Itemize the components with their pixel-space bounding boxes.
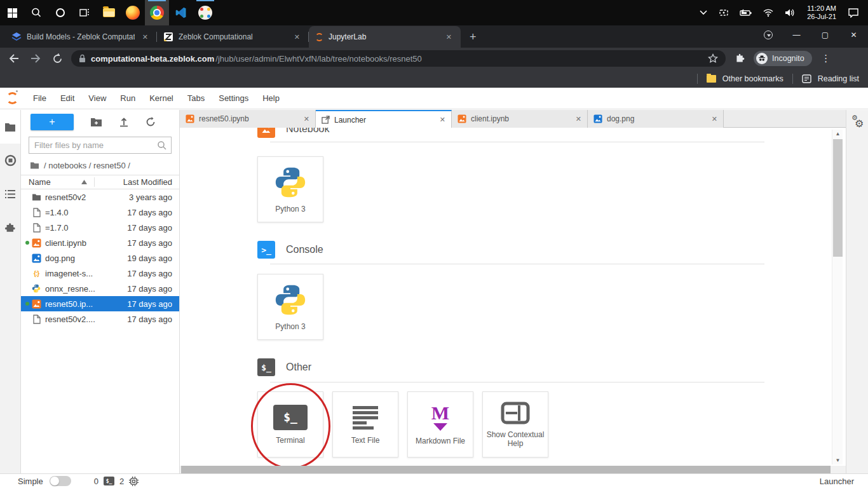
bookmark-star-icon[interactable] [708, 53, 718, 64]
tab-close-button[interactable]: ✕ [440, 116, 445, 124]
tab-close-button[interactable]: ✕ [712, 115, 717, 123]
new-launcher-button[interactable]: + [31, 114, 74, 130]
wifi-tray-button[interactable] [757, 0, 779, 25]
address-bar[interactable]: computational-beta.zeblok.com/jhub/user/… [71, 50, 726, 67]
filter-files-input[interactable] [29, 137, 172, 154]
vertical-scrollbar-thumb[interactable] [833, 139, 843, 257]
breadcrumb[interactable]: / notebooks / resnet50 / [21, 155, 179, 175]
refresh-icon[interactable] [146, 117, 156, 127]
scroll-down-arrow-icon[interactable]: ▼ [832, 456, 843, 464]
file-row-selected[interactable]: resnet50.ip... 17 days ago [21, 296, 179, 311]
sidebar-tab-file-browser[interactable] [0, 110, 20, 144]
reload-button[interactable] [50, 51, 65, 66]
file-row[interactable]: =1.7.0 17 days ago [21, 220, 179, 235]
column-modified-label[interactable]: Last Modified [98, 177, 179, 187]
incognito-icon [756, 53, 768, 64]
file-row[interactable]: onnx_resne... 17 days ago [21, 281, 179, 296]
doc-tab-dog-png[interactable]: dog.png ✕ [588, 110, 724, 128]
cortana-button[interactable] [48, 0, 72, 25]
notebook-icon [31, 238, 41, 248]
maximize-button[interactable]: ▢ [811, 25, 839, 44]
extensions-button[interactable] [732, 51, 747, 66]
tab-close-button[interactable]: ✕ [292, 32, 302, 43]
tab-close-button[interactable]: ✕ [304, 115, 309, 123]
file-icon [31, 207, 41, 217]
doc-tab-client[interactable]: client.ipynb ✕ [452, 110, 588, 128]
browser-menu-button[interactable]: ⋮ [818, 51, 834, 66]
action-center-button[interactable] [843, 0, 868, 25]
chrome-button[interactable] [145, 0, 169, 25]
browser-tab-zeblok[interactable]: Zeblok Computational ✕ [157, 26, 309, 48]
chrome-icon [150, 6, 164, 20]
new-folder-icon[interactable] [90, 117, 102, 127]
menu-edit[interactable]: Edit [53, 88, 81, 109]
url-domain: computational-beta.zeblok.com [91, 54, 214, 64]
file-row[interactable]: resnet50v2.... 17 days ago [21, 311, 179, 327]
start-button[interactable] [0, 0, 24, 25]
minimize-button[interactable]: — [782, 25, 811, 44]
launcher-card-notebook-python3[interactable]: Python 3 [257, 156, 323, 222]
launcher-card-text-file[interactable]: Text File [332, 391, 398, 458]
file-row[interactable]: client.ipynb 17 days ago [21, 235, 179, 250]
volume-tray-button[interactable] [779, 0, 801, 25]
terminal-count[interactable]: 0 [94, 477, 98, 486]
terminal-section-icon: $_ [257, 358, 275, 376]
close-window-button[interactable]: ✕ [839, 25, 868, 44]
gears-icon[interactable]: ⚙⚙ [850, 115, 865, 130]
file-explorer-button[interactable] [97, 0, 121, 25]
wifi-icon [763, 8, 774, 17]
battery-tray-button[interactable] [735, 0, 757, 25]
vertical-scrollbar[interactable]: ▲ ▼ [832, 130, 843, 464]
action-center-icon [848, 8, 859, 18]
menu-kernel[interactable]: Kernel [142, 88, 180, 109]
horizontal-scrollbar[interactable] [180, 466, 846, 473]
menu-file[interactable]: File [26, 88, 53, 109]
sidebar-tab-table-of-contents[interactable] [0, 177, 20, 211]
task-view-button[interactable] [72, 0, 97, 25]
browser-tab-build-models[interactable]: Build Models - Zeblok Computati ✕ [5, 26, 157, 48]
launcher-card-console-python3[interactable]: Python 3 [257, 274, 323, 340]
taskbar-search-button[interactable] [24, 0, 48, 25]
tab-close-button[interactable]: ✕ [140, 32, 151, 43]
file-row[interactable]: resnet50v2 3 years ago [21, 189, 179, 205]
device-tray-button[interactable] [713, 0, 735, 25]
vscode-button[interactable] [169, 0, 193, 25]
browser-tab-jupyterlab[interactable]: JupyterLab ✕ [309, 26, 461, 48]
paint-app-button[interactable] [193, 0, 217, 25]
upload-icon[interactable] [119, 117, 129, 127]
menu-tabs[interactable]: Tabs [180, 88, 212, 109]
menu-settings[interactable]: Settings [212, 88, 255, 109]
menu-view[interactable]: View [81, 88, 113, 109]
menu-run[interactable]: Run [113, 88, 142, 109]
new-tab-button[interactable]: + [461, 30, 485, 48]
other-bookmarks-label[interactable]: Other bookmarks [722, 74, 783, 83]
sidebar-tab-extensions[interactable] [0, 211, 20, 245]
launcher-card-contextual-help[interactable]: Show Contextual Help [482, 391, 548, 458]
menu-help[interactable]: Help [255, 88, 287, 109]
launcher-card-markdown[interactable]: M Markdown File [407, 391, 473, 458]
tab-close-button[interactable]: ✕ [444, 32, 454, 43]
reading-list-label[interactable]: Reading list [818, 74, 859, 83]
sidebar-tab-running-sessions[interactable] [0, 144, 20, 177]
doc-tab-resnet50[interactable]: resnet50.ipynb ✕ [180, 110, 316, 128]
tab-search-button[interactable] [754, 25, 782, 44]
file-row[interactable]: dog.png 19 days ago [21, 250, 179, 266]
scroll-up-arrow-icon[interactable]: ▲ [832, 130, 843, 138]
launcher-card-terminal[interactable]: $_ Terminal [257, 391, 323, 458]
horizontal-scrollbar-thumb[interactable] [181, 466, 831, 473]
file-list-header[interactable]: Name Last Modified [21, 175, 179, 189]
firefox-button[interactable] [121, 0, 145, 25]
kernel-count[interactable]: 2 [119, 477, 124, 486]
hidden-icons-button[interactable] [694, 0, 713, 25]
simple-mode-toggle[interactable] [50, 476, 71, 486]
forward-button[interactable] [28, 51, 43, 66]
column-name-label[interactable]: Name [29, 177, 51, 187]
doc-tab-launcher[interactable]: Launcher ✕ [316, 110, 452, 128]
back-button[interactable] [6, 51, 22, 66]
tab-close-button[interactable]: ✕ [576, 115, 581, 123]
file-explorer-icon [103, 8, 115, 17]
url-path: /jhub/user/admin/ElwhtVxfN/lab/tree/note… [215, 54, 703, 64]
file-row[interactable]: =1.4.0 17 days ago [21, 205, 179, 220]
file-row[interactable]: {:} imagenet-s... 17 days ago [21, 266, 179, 281]
taskbar-clock[interactable]: 11:20 AM 26-Jul-21 [801, 4, 843, 21]
